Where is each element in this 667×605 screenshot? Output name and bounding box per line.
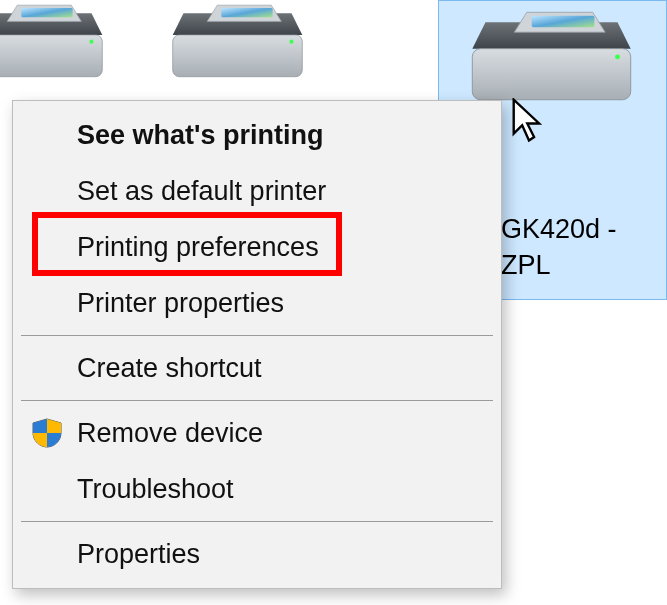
menu-item-label: Troubleshoot [77, 474, 234, 505]
menu-item-printing-preferences[interactable]: Printing preferences [13, 219, 501, 275]
menu-separator [21, 400, 493, 401]
printer-icon[interactable] [170, 0, 305, 90]
menu-item-label: Create shortcut [77, 353, 262, 384]
printer-label: GK420d - ZPL [501, 211, 667, 284]
uac-shield-icon [31, 417, 63, 449]
menu-item-label: Printing preferences [77, 232, 319, 263]
menu-item-see-whats-printing[interactable]: See what's printing [13, 107, 501, 163]
svg-rect-7 [221, 8, 272, 17]
menu-item-troubleshoot[interactable]: Troubleshoot [13, 461, 501, 517]
menu-item-properties[interactable]: Properties [13, 526, 501, 582]
menu-separator [21, 521, 493, 522]
svg-point-14 [615, 54, 620, 59]
svg-point-9 [289, 40, 293, 44]
menu-item-create-shortcut[interactable]: Create shortcut [13, 340, 501, 396]
menu-item-label: Properties [77, 539, 200, 570]
svg-rect-12 [532, 16, 595, 28]
menu-item-label: Remove device [77, 418, 263, 449]
svg-point-4 [89, 40, 93, 44]
svg-rect-3 [0, 35, 102, 77]
svg-rect-13 [472, 49, 630, 100]
svg-rect-8 [173, 35, 303, 77]
menu-item-set-as-default-printer[interactable]: Set as default printer [13, 163, 501, 219]
svg-rect-2 [21, 8, 72, 17]
printer-icon[interactable] [0, 0, 105, 90]
menu-item-printer-properties[interactable]: Printer properties [13, 275, 501, 331]
menu-separator [21, 335, 493, 336]
menu-item-label: Printer properties [77, 288, 284, 319]
printer-label-line2: ZPL [501, 250, 551, 280]
printer-label-line1: GK420d - [501, 214, 617, 244]
printer-context-menu: See what's printing Set as default print… [12, 100, 502, 589]
menu-item-remove-device[interactable]: Remove device [13, 405, 501, 461]
menu-item-label: Set as default printer [77, 176, 326, 207]
devices-and-printers-view: GK420d - ZPL See what's printing Set as … [0, 0, 667, 605]
menu-item-label: See what's printing [77, 120, 323, 151]
